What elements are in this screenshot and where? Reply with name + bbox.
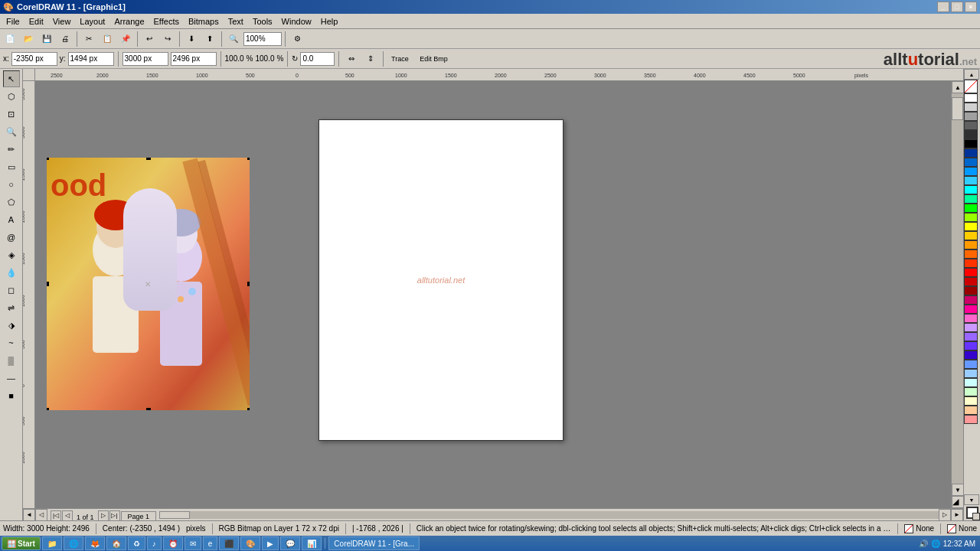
- handle-bottom-right[interactable]: [247, 408, 250, 410]
- color-lightcyan[interactable]: [964, 378, 978, 387]
- color-hotpink[interactable]: [964, 305, 978, 314]
- firefox-task[interactable]: 🦊: [85, 536, 105, 550]
- print-button[interactable]: 🖨: [57, 31, 74, 47]
- media-task[interactable]: ▶: [262, 536, 279, 550]
- menu-tools[interactable]: Tools: [248, 15, 277, 28]
- color-salmon[interactable]: [964, 415, 978, 424]
- color-indigo[interactable]: [964, 350, 978, 360]
- color-orange[interactable]: [964, 240, 978, 249]
- h-scrollbar[interactable]: ◄ ◁ |◁ ◁ 1 of 1 ▷ ▷| Page 1 ▷ ►: [23, 508, 963, 520]
- start-button[interactable]: 🪟 Start: [2, 536, 41, 550]
- maximize-button[interactable]: □: [951, 2, 963, 12]
- freehand-tool[interactable]: ✏: [3, 141, 20, 158]
- scroll-track-v[interactable]: [952, 93, 963, 484]
- trace-button[interactable]: Trace: [387, 51, 412, 67]
- minimize-button[interactable]: _: [937, 2, 949, 12]
- color-swatch[interactable]: [964, 112, 978, 121]
- color-swatch[interactable]: [964, 121, 978, 130]
- messenger-task[interactable]: 💬: [280, 536, 300, 550]
- prev-page-button[interactable]: ◁: [62, 510, 73, 521]
- color-lightblue[interactable]: [964, 167, 978, 176]
- color-green[interactable]: [964, 204, 978, 213]
- color-navy[interactable]: [964, 148, 978, 158]
- color-black[interactable]: [964, 139, 978, 148]
- options-button[interactable]: ⚙: [289, 31, 305, 47]
- rotation-input[interactable]: [300, 52, 335, 66]
- page-1-tab[interactable]: Page 1: [121, 511, 157, 521]
- close-button[interactable]: ×: [965, 2, 977, 12]
- scroll-left-button[interactable]: ◄: [23, 509, 35, 521]
- handle-bottom-left[interactable]: [47, 408, 49, 410]
- color-maroon[interactable]: [964, 286, 978, 295]
- cmd-task[interactable]: ⬛: [219, 536, 239, 550]
- color-skyblue[interactable]: [964, 369, 978, 378]
- edit-bitmap-button[interactable]: Edit Bmp: [414, 51, 452, 67]
- connector-tool[interactable]: —: [3, 370, 20, 386]
- home-task[interactable]: 🏠: [106, 536, 126, 550]
- zoom-tool[interactable]: 🔍: [3, 123, 20, 140]
- color-gold[interactable]: [964, 231, 978, 240]
- h-scroll-thumb[interactable]: [159, 511, 190, 519]
- color-aqua[interactable]: [964, 185, 978, 194]
- blend-tool[interactable]: ⇌: [3, 299, 20, 316]
- color-blue[interactable]: [964, 158, 978, 167]
- bitmap-object[interactable]: ood: [47, 158, 250, 410]
- open-button[interactable]: 📂: [20, 31, 37, 47]
- height-input[interactable]: [171, 52, 217, 66]
- color-cyan[interactable]: [964, 176, 978, 185]
- x-input[interactable]: [11, 52, 57, 66]
- v-scrollbar[interactable]: ▲ ▼ ◢: [951, 81, 963, 508]
- handle-top-right[interactable]: [247, 158, 250, 160]
- select-tool[interactable]: ↖: [3, 70, 20, 87]
- shadow-tool[interactable]: ▒: [3, 352, 20, 369]
- scroll-prev-page[interactable]: ◁: [35, 509, 47, 521]
- mail-task[interactable]: ✉: [185, 536, 201, 550]
- polygon-tool[interactable]: ⬠: [3, 194, 20, 210]
- cut-button[interactable]: ✂: [80, 31, 97, 47]
- menu-arrange[interactable]: Arrange: [109, 15, 149, 28]
- first-page-button[interactable]: |◁: [51, 510, 61, 521]
- text-tool[interactable]: A: [3, 211, 20, 228]
- zoom-input[interactable]: 100%: [243, 32, 282, 46]
- speaker-icon[interactable]: 🔊: [919, 540, 928, 548]
- color-purple[interactable]: [964, 332, 978, 341]
- width-input[interactable]: [122, 52, 168, 66]
- color-pink[interactable]: [964, 314, 978, 323]
- last-page-button[interactable]: ▷|: [109, 510, 120, 521]
- import-button[interactable]: ⬇: [183, 31, 200, 47]
- menu-help[interactable]: Help: [316, 15, 343, 28]
- handle-top-center[interactable]: [146, 158, 151, 160]
- color-darkorange[interactable]: [964, 249, 978, 259]
- menu-edit[interactable]: Edit: [24, 15, 48, 28]
- new-button[interactable]: 📄: [2, 31, 18, 47]
- no-color-swatch[interactable]: [964, 80, 978, 93]
- spiral-tool[interactable]: @: [3, 229, 20, 246]
- handle-top-left[interactable]: [47, 158, 49, 160]
- network-icon[interactable]: 🌐: [931, 540, 940, 548]
- flip-v-button[interactable]: ⇕: [362, 51, 379, 67]
- handle-mid-left[interactable]: [47, 282, 49, 286]
- coreldraw-taskbar-btn[interactable]: CorelDRAW 11 - [Gra...: [328, 536, 420, 550]
- h-scroll-track[interactable]: [159, 511, 939, 519]
- undo-button[interactable]: ↩: [141, 31, 158, 47]
- color-swatch[interactable]: [964, 103, 978, 112]
- extra-task[interactable]: 📊: [302, 536, 322, 550]
- fill-tool[interactable]: ◈: [3, 246, 20, 263]
- color-cornblue[interactable]: [964, 360, 978, 369]
- y-input[interactable]: [68, 52, 114, 66]
- extrude-tool[interactable]: ⬗: [3, 317, 20, 334]
- menu-window[interactable]: Window: [277, 15, 316, 28]
- menu-view[interactable]: View: [48, 15, 76, 28]
- color-mintgreen[interactable]: [964, 194, 978, 204]
- color-crimson[interactable]: [964, 295, 978, 305]
- menu-bitmaps[interactable]: Bitmaps: [184, 15, 224, 28]
- color-darkred[interactable]: [964, 277, 978, 286]
- handle-bottom-center[interactable]: [146, 408, 151, 410]
- canvas-scroll[interactable]: alltutorial.net ood: [35, 81, 963, 508]
- scroll-down-button[interactable]: ▼: [952, 484, 963, 496]
- scroll-next-page[interactable]: ▷: [939, 509, 951, 521]
- color-mintwhite[interactable]: [964, 387, 978, 396]
- paste-button[interactable]: 📌: [117, 31, 134, 47]
- save-button[interactable]: 💾: [38, 31, 55, 47]
- color-lavender[interactable]: [964, 323, 978, 332]
